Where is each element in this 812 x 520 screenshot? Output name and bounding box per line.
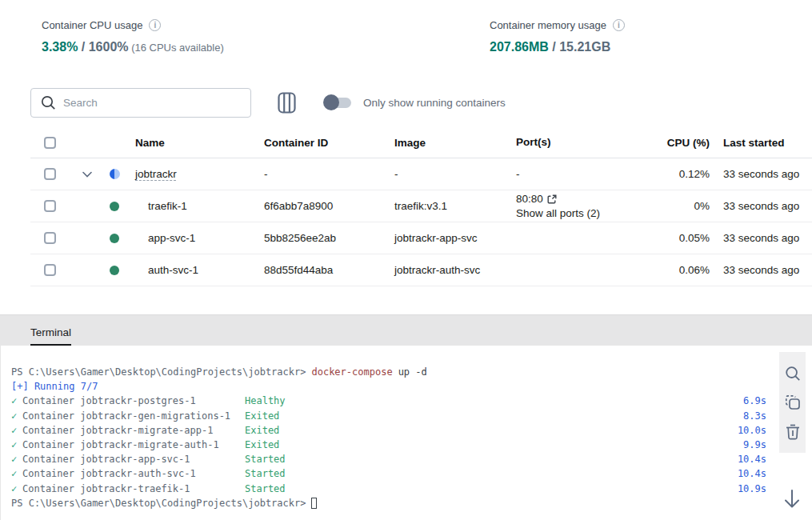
check-icon: ✓ bbox=[11, 423, 22, 438]
check-icon: ✓ bbox=[11, 409, 22, 423]
check-icon: ✓ bbox=[11, 394, 22, 408]
container-name: auth-svc-1 bbox=[128, 264, 262, 276]
terminal-command: docker-compose bbox=[311, 365, 392, 379]
external-link-icon bbox=[547, 194, 557, 204]
chevron-down-icon bbox=[82, 171, 92, 178]
terminal-container-status: Started bbox=[245, 482, 286, 496]
table-row-app-svc[interactable]: app-svc-1 5bb8256ee2ab jobtrackr-app-svc… bbox=[30, 222, 812, 254]
copy-icon bbox=[785, 394, 801, 410]
column-header-ports[interactable]: Port(s) bbox=[514, 135, 646, 150]
terminal-container-status: Started bbox=[245, 466, 286, 481]
terminal-container-line: ✓ Container jobtrackr-postgres-1 Healthy… bbox=[11, 394, 766, 408]
terminal-container-name: Container jobtrackr-migrate-app-1 bbox=[22, 423, 245, 438]
table-row-jobtrackr[interactable]: jobtrackr - - - 0.12% 33 seconds ago bbox=[30, 158, 812, 190]
show-all-ports-link[interactable]: Show all ports (2) bbox=[516, 206, 646, 221]
cpu-usage-value: 3.38% bbox=[42, 40, 78, 54]
terminal-container-time: 9.9s bbox=[743, 438, 766, 452]
terminal-command-args: up -d bbox=[398, 365, 427, 379]
terminal-copy-button[interactable] bbox=[785, 394, 801, 410]
tab-terminal[interactable]: Terminal bbox=[30, 326, 71, 346]
containers-table: Name Container ID Image Port(s) CPU (%) … bbox=[30, 127, 812, 286]
terminal-container-name: Container jobtrackr-migrate-auth-1 bbox=[22, 438, 245, 452]
container-last-started: 33 seconds ago bbox=[710, 200, 812, 212]
cpu-available-note: (16 CPUs available) bbox=[129, 42, 224, 54]
terminal-container-status: Started bbox=[245, 452, 286, 466]
terminal-container-time: 10.0s bbox=[738, 423, 766, 438]
container-id: - bbox=[262, 168, 390, 180]
columns-button[interactable] bbox=[278, 92, 296, 114]
container-name: app-svc-1 bbox=[128, 232, 262, 244]
container-cpu: 0.06% bbox=[646, 264, 710, 276]
cpu-usage-label: Container CPU usage bbox=[42, 19, 142, 31]
terminal-container-line: ✓ Container jobtrackr-gen-migrations-1 E… bbox=[11, 409, 766, 423]
container-image: jobtrackr-auth-svc bbox=[390, 264, 514, 276]
container-id: 6f6abb7a8900 bbox=[262, 200, 390, 212]
terminal-clear-button[interactable] bbox=[786, 424, 800, 440]
containers-toolbar: Only show running containers bbox=[30, 87, 506, 118]
column-header-container-id[interactable]: Container ID bbox=[262, 137, 390, 149]
search-input[interactable] bbox=[30, 88, 251, 118]
info-icon[interactable]: i bbox=[613, 19, 625, 31]
column-header-image[interactable]: Image bbox=[390, 137, 514, 149]
row-checkbox[interactable] bbox=[44, 264, 56, 276]
table-row-auth-svc[interactable]: auth-svc-1 88d55fd44aba jobtrackr-auth-s… bbox=[30, 254, 812, 286]
terminal-container-name: Container jobtrackr-traefik-1 bbox=[22, 482, 245, 496]
terminal-container-status: Exited bbox=[245, 423, 279, 438]
toggle-knob bbox=[323, 94, 339, 110]
cpu-usage-total: / 1600% bbox=[78, 40, 128, 54]
row-checkbox[interactable] bbox=[44, 232, 56, 244]
expand-toggle[interactable] bbox=[74, 171, 101, 178]
terminal-container-line: ✓ Container jobtrackr-app-svc-1 Started … bbox=[11, 452, 766, 466]
terminal-pane[interactable]: PS C:\Users\Gamer\Desktop\CodingProjects… bbox=[0, 346, 812, 520]
terminal-running-line: [+] Running 7/7 bbox=[11, 379, 98, 394]
table-header-row: Name Container ID Image Port(s) CPU (%) … bbox=[30, 127, 812, 158]
check-icon: ✓ bbox=[11, 452, 22, 466]
table-row-traefik[interactable]: traefik-1 6f6abb7a8900 traefik:v3.1 80:8… bbox=[30, 190, 812, 222]
terminal-container-status: Exited bbox=[245, 409, 279, 423]
terminal-cursor[interactable] bbox=[311, 498, 317, 509]
memory-usage-value: 207.86MB bbox=[490, 40, 549, 54]
scroll-to-bottom-button[interactable] bbox=[782, 488, 802, 510]
column-header-cpu[interactable]: CPU (%) bbox=[646, 137, 710, 149]
container-image: traefik:v3.1 bbox=[390, 200, 514, 212]
container-id: 88d55fd44aba bbox=[262, 264, 390, 276]
container-ports: - bbox=[514, 167, 646, 182]
container-cpu: 0.05% bbox=[646, 232, 710, 244]
search-icon bbox=[41, 95, 56, 110]
row-checkbox[interactable] bbox=[44, 168, 56, 180]
container-name-link[interactable]: jobtrackr bbox=[135, 168, 177, 180]
terminal-container-time: 10.4s bbox=[738, 452, 766, 466]
check-icon: ✓ bbox=[11, 466, 22, 481]
port-link[interactable]: 80:80 bbox=[516, 192, 543, 206]
running-status-icon bbox=[110, 202, 119, 211]
container-name: traefik-1 bbox=[128, 200, 262, 212]
container-id: 5bb8256ee2ab bbox=[262, 232, 390, 244]
info-icon[interactable]: i bbox=[149, 19, 161, 31]
check-icon: ✓ bbox=[11, 438, 22, 452]
terminal-container-status: Exited bbox=[245, 438, 279, 452]
row-checkbox[interactable] bbox=[44, 200, 56, 212]
select-all-checkbox[interactable] bbox=[44, 137, 56, 149]
terminal-container-status: Healthy bbox=[245, 394, 286, 408]
terminal-container-time: 10.4s bbox=[738, 466, 766, 481]
container-image: jobtrackr-app-svc bbox=[390, 232, 514, 244]
container-last-started: 33 seconds ago bbox=[710, 264, 812, 276]
terminal-action-rail bbox=[779, 352, 806, 453]
running-only-toggle[interactable] bbox=[325, 98, 351, 108]
search-icon bbox=[785, 366, 801, 382]
terminal-container-name: Container jobtrackr-auth-svc-1 bbox=[22, 466, 245, 481]
terminal-container-name: Container jobtrackr-postgres-1 bbox=[22, 394, 245, 408]
running-only-label: Only show running containers bbox=[363, 97, 506, 109]
running-status-icon bbox=[110, 234, 119, 243]
container-image: - bbox=[390, 168, 514, 180]
terminal-prompt: PS C:\Users\Gamer\Desktop\CodingProjects… bbox=[11, 365, 306, 379]
terminal-container-time: 8.3s bbox=[743, 409, 766, 423]
terminal-search-button[interactable] bbox=[785, 366, 801, 382]
column-header-last-started[interactable]: Last started bbox=[710, 137, 812, 149]
column-header-name[interactable]: Name bbox=[128, 137, 262, 149]
terminal-container-time: 10.9s bbox=[738, 482, 766, 496]
container-cpu: 0% bbox=[646, 200, 710, 212]
container-last-started: 33 seconds ago bbox=[710, 168, 812, 180]
terminal-container-line: ✓ Container jobtrackr-migrate-auth-1 Exi… bbox=[11, 438, 766, 452]
memory-usage-total: / 15.21GB bbox=[549, 40, 610, 54]
